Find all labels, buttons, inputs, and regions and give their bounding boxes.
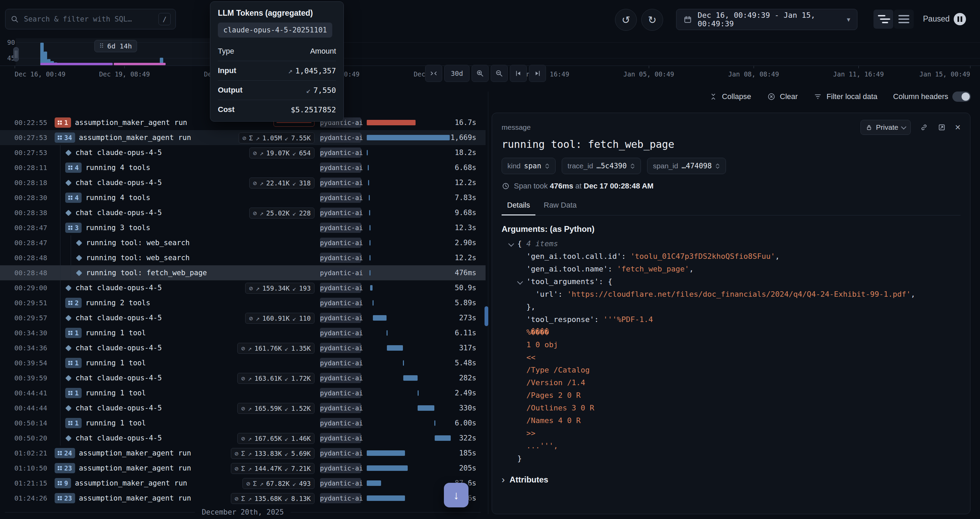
- span-name: running 2 tools: [85, 295, 150, 310]
- trace-row[interactable]: 00:28:47running tool: web_searchpydantic…: [0, 235, 485, 250]
- private-button[interactable]: Private: [861, 120, 910, 135]
- panel-resize-handle[interactable]: [485, 306, 488, 326]
- input-arrow-icon: ↗: [259, 478, 263, 489]
- code-line: 'url': 'https://cloudflare.net/files/doc…: [517, 288, 961, 301]
- trace-row[interactable]: 00:34:36chat claude-opus-4-5⊘↗161.76K↙1.…: [0, 341, 485, 355]
- tokens-icon: ⊘: [249, 313, 253, 323]
- trace-row[interactable]: 00:28:473running 3 toolspydantic-ai12.3s: [0, 220, 485, 235]
- output-arrow-icon: ↙: [285, 433, 288, 444]
- timeline-plot[interactable]: 90 45 ⠿ 6d 14h: [0, 38, 980, 66]
- trace-row[interactable]: 00:29:00chat claude-opus-4-5⊘↗159.34K↙19…: [0, 280, 485, 295]
- trace-row[interactable]: 01:02:2124assumption_maker_agent run⊘Σ↗1…: [0, 446, 485, 461]
- collapsed-group-badge[interactable]: 4: [65, 162, 82, 173]
- tree-guide-line: [60, 220, 60, 235]
- collapsed-group-badge[interactable]: 1: [65, 328, 82, 338]
- timeline-histogram-bar: [40, 43, 44, 65]
- collapsed-group-badge[interactable]: 1: [65, 358, 82, 368]
- trace-row[interactable]: 00:28:18chat claude-opus-4-5⊘↗22.41K↙318…: [0, 175, 485, 190]
- trace-row[interactable]: 00:29:512running 2 toolspydantic-ai5.89s: [0, 295, 485, 310]
- trace-row[interactable]: 00:28:48running tool: web_searchpydantic…: [0, 250, 485, 265]
- collapsed-group-badge[interactable]: 3: [65, 223, 82, 233]
- trace-row[interactable]: 01:24:2623assumption_maker_agent run⊘Σ↗1…: [0, 491, 485, 506]
- collapsed-group-badge[interactable]: 1: [65, 388, 82, 398]
- date-range-picker[interactable]: Dec 16, 00:49:39 - Jan 15, 00:49:39 ▾: [676, 9, 858, 30]
- trace-row[interactable]: 01:10:5023assumption_maker_agent run⊘Σ↗1…: [0, 461, 485, 476]
- collapsed-group-badge[interactable]: 34: [55, 132, 75, 143]
- trace-row[interactable]: 00:50:141running 1 toolpydantic-ai6.00s: [0, 416, 485, 431]
- output-tokens: 1.72K: [291, 373, 311, 384]
- trace-view-toggle[interactable]: [873, 10, 893, 29]
- collapse-caret-icon[interactable]: [508, 241, 514, 247]
- span-diamond-icon: [65, 345, 72, 351]
- output-tokens: 493: [299, 478, 311, 489]
- trace-row[interactable]: 00:39:59chat claude-opus-4-5⊘↗163.61K↙1.…: [0, 371, 485, 385]
- detail-pill-kind[interactable]: kindspan: [502, 158, 555, 174]
- fit-range-button[interactable]: [425, 65, 442, 82]
- trace-row[interactable]: 00:29:57chat claude-opus-4-5⊘↗160.91K↙11…: [0, 310, 485, 325]
- trace-row[interactable]: 00:27:53chat claude-opus-4-5⊘↗19.07K↙654…: [0, 145, 485, 160]
- output-tokens: 1.35K: [291, 343, 311, 353]
- brush-range-chip[interactable]: ⠿ 6d 14h: [94, 40, 137, 52]
- collapsed-group-badge[interactable]: 4: [65, 193, 82, 203]
- step-forward-button[interactable]: [529, 65, 546, 82]
- tree-guide-line: [60, 205, 60, 220]
- close-panel-button[interactable]: ×: [955, 123, 961, 132]
- list-view-toggle[interactable]: [894, 10, 914, 29]
- search-input[interactable]: [23, 15, 158, 24]
- group-grid-icon: [58, 135, 62, 140]
- row-timestamp: 00:29:57: [14, 310, 47, 325]
- copy-link-button[interactable]: [920, 123, 928, 132]
- drag-grip-icon: ⠿: [99, 42, 104, 50]
- brush-left-handle[interactable]: [13, 47, 19, 62]
- detail-pill-span_id[interactable]: span_id…474098: [647, 158, 726, 174]
- trace-row[interactable]: 00:28:114running 4 toolspydantic-ai6.68s: [0, 160, 485, 175]
- code-line: /Type /Catalog: [517, 364, 961, 376]
- detail-pill-trace_id[interactable]: trace_id…5c4390: [562, 158, 641, 174]
- collapsed-group-badge[interactable]: 24: [55, 448, 75, 458]
- pause-indicator-icon[interactable]: [954, 13, 966, 25]
- attributes-section-toggle[interactable]: › Attributes: [502, 475, 961, 484]
- trace-row[interactable]: 00:28:38chat claude-opus-4-5⊘↗25.02K↙228…: [0, 205, 485, 220]
- trace-row[interactable]: 00:34:301running 1 toolpydantic-ai6.11s: [0, 325, 485, 341]
- code-line: /Outlines 3 0 R: [517, 401, 961, 414]
- trace-row[interactable]: 00:28:304running 4 toolspydantic-ai7.83s: [0, 190, 485, 205]
- timeline-span-lane: [40, 63, 113, 65]
- code-line: },: [517, 301, 961, 313]
- search-box[interactable]: /: [5, 9, 176, 29]
- step-back-button[interactable]: [510, 65, 527, 82]
- column-headers-toggle[interactable]: [952, 91, 971, 102]
- redo-button[interactable]: ↻: [641, 9, 663, 31]
- code-string: /Names 4 0 R: [526, 416, 581, 425]
- collapsed-group-badge[interactable]: 1: [65, 418, 82, 428]
- tooltip-row-value: ↙7,550: [306, 86, 336, 95]
- span-name: running 4 tools: [85, 160, 150, 175]
- collapsed-group-badge[interactable]: 23: [55, 493, 75, 503]
- zoom-in-button[interactable]: [472, 65, 488, 82]
- collapsed-group-badge[interactable]: 9: [55, 478, 71, 488]
- undo-button[interactable]: ↺: [615, 9, 637, 31]
- zoom-out-button[interactable]: [491, 65, 508, 82]
- row-duration: 185s: [459, 446, 476, 461]
- clear-button[interactable]: Clear: [767, 92, 798, 101]
- collapse-button[interactable]: Collapse: [709, 92, 751, 101]
- trace-row[interactable]: 00:50:20chat claude-opus-4-5⊘↗167.65K↙1.…: [0, 431, 485, 446]
- zoom-window-label[interactable]: 30d: [444, 65, 469, 82]
- open-panel-button[interactable]: [937, 123, 946, 132]
- scroll-to-bottom-button[interactable]: ↓: [444, 483, 468, 507]
- collapse-caret-icon[interactable]: [517, 279, 523, 285]
- tab-raw-data[interactable]: Raw Data: [538, 197, 582, 215]
- filter-local-data-button[interactable]: Filter local data: [813, 92, 877, 101]
- collapsed-group-badge[interactable]: 2: [65, 298, 82, 308]
- collapsed-group-badge[interactable]: 23: [55, 463, 75, 473]
- input-arrow-icon: ↗: [256, 313, 259, 323]
- tree-guide-line: [60, 401, 60, 416]
- tab-details[interactable]: Details: [502, 197, 535, 215]
- trace-row[interactable]: 00:44:44chat claude-opus-4-5⊘↗165.59K↙1.…: [0, 401, 485, 416]
- sort-updown-icon: [630, 163, 635, 169]
- trace-row[interactable]: 00:27:5334assumption_maker_agent run⊘Σ↗1…: [0, 130, 485, 145]
- error-group-badge[interactable]: 1: [55, 118, 71, 128]
- trace-row[interactable]: 00:44:411running 1 toolpydantic-ai2.49s: [0, 385, 485, 401]
- trace-row[interactable]: 01:21:159assumption_maker_agent run⊘Σ↗67…: [0, 476, 485, 491]
- trace-row[interactable]: 00:28:48running tool: fetch_web_pagepyda…: [0, 265, 485, 280]
- trace-row[interactable]: 00:39:541running 1 toolpydantic-ai5.48s: [0, 355, 485, 371]
